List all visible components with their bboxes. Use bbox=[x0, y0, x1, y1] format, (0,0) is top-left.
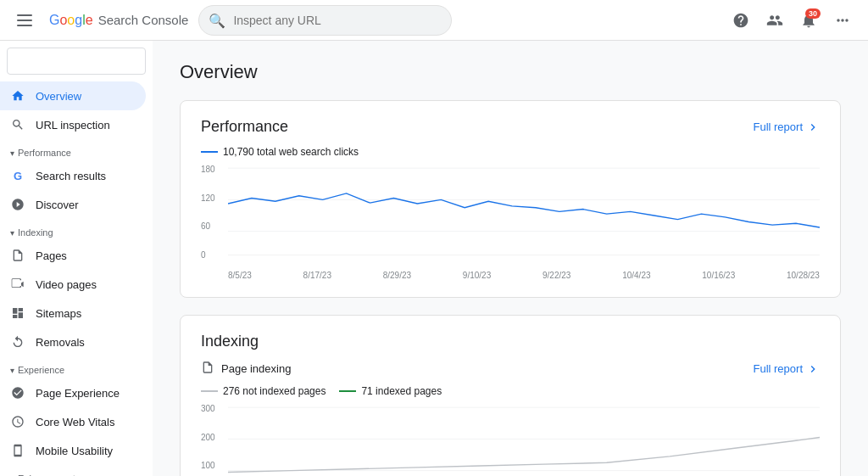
indexed-line bbox=[339, 390, 356, 392]
sidebar-section-enhancements: ▾ Enhancements bbox=[0, 465, 153, 476]
page-experience-icon bbox=[10, 385, 25, 400]
home-icon bbox=[10, 88, 25, 104]
performance-y-labels: 180 120 60 0 bbox=[201, 165, 225, 260]
account-button[interactable] bbox=[760, 5, 790, 36]
sidebar-item-removals[interactable]: Removals bbox=[0, 328, 146, 356]
indexing-page-indexing-row: Page indexing Full report bbox=[201, 361, 820, 377]
performance-legend: 10,790 total web search clicks bbox=[201, 146, 820, 158]
search-icon: 🔍 bbox=[209, 12, 225, 28]
performance-chart: 180 120 60 0 8/5/23 8/17/23 bbox=[201, 165, 820, 280]
menu-button[interactable] bbox=[10, 8, 39, 33]
sidebar-video-pages-label: Video pages bbox=[36, 278, 97, 291]
sidebar-search-results-label: Search results bbox=[36, 170, 106, 182]
indexing-card: Indexing Page indexing Full report 276 n bbox=[180, 315, 841, 476]
sidebar-item-overview[interactable]: Overview bbox=[0, 81, 146, 110]
url-search-bar[interactable]: 🔍 bbox=[198, 5, 452, 36]
performance-card-title: Performance bbox=[201, 118, 288, 136]
google-logo: Google bbox=[49, 13, 93, 28]
sidebar-item-pages[interactable]: Pages bbox=[0, 241, 146, 270]
not-indexed-legend: 276 not indexed pages bbox=[201, 385, 326, 397]
sidebar-item-core-web-vitals[interactable]: Core Web Vitals bbox=[0, 407, 146, 436]
page-indexing-label: Page indexing bbox=[201, 361, 291, 377]
performance-card-header: Performance Full report bbox=[201, 118, 820, 136]
not-indexed-line bbox=[201, 390, 218, 392]
sidebar-page-experience-label: Page Experience bbox=[36, 387, 120, 400]
help-button[interactable] bbox=[726, 5, 756, 36]
indexing-chart: 300 200 100 0 bbox=[201, 404, 820, 476]
sidebar-discover-label: Discover bbox=[36, 199, 79, 211]
main-layout: Overview URL inspection ▾ Performance G … bbox=[0, 41, 868, 476]
sidebar-item-search-results[interactable]: G Search results bbox=[0, 161, 146, 190]
sidebar-removals-label: Removals bbox=[36, 336, 85, 349]
indexing-legend: 276 not indexed pages 71 indexed pages bbox=[201, 385, 820, 397]
indexing-full-report-link[interactable]: Full report bbox=[753, 362, 820, 376]
performance-full-report-link[interactable]: Full report bbox=[753, 120, 820, 134]
pages-icon bbox=[10, 248, 25, 263]
sidebar-overview-label: Overview bbox=[36, 90, 81, 103]
content-area: Overview Performance Full report 10,790 … bbox=[153, 41, 868, 476]
topbar-icons: 30 bbox=[726, 5, 858, 36]
sidebar-core-web-vitals-label: Core Web Vitals bbox=[36, 416, 114, 428]
sidebar-item-video-pages[interactable]: Video pages bbox=[0, 270, 146, 299]
sitemaps-icon bbox=[10, 305, 25, 321]
sidebar-sitemaps-label: Sitemaps bbox=[36, 307, 81, 320]
indexing-chart-svg bbox=[228, 404, 820, 476]
app-logo: Google Search Console bbox=[49, 13, 188, 28]
indexing-card-header: Indexing bbox=[201, 333, 820, 350]
not-indexed-text: 276 not indexed pages bbox=[223, 385, 326, 397]
sidebar: Overview URL inspection ▾ Performance G … bbox=[0, 41, 153, 476]
page-indexing-icon bbox=[201, 361, 214, 377]
sidebar-item-mobile-usability[interactable]: Mobile Usability bbox=[0, 436, 146, 465]
mobile-usability-icon bbox=[10, 443, 25, 458]
sidebar-search-box[interactable] bbox=[7, 48, 146, 75]
indexed-text: 71 indexed pages bbox=[361, 385, 442, 397]
indexing-chart-area bbox=[228, 404, 820, 476]
app-name: Search Console bbox=[98, 13, 189, 27]
sidebar-item-discover[interactable]: Discover bbox=[0, 190, 146, 219]
performance-legend-line bbox=[201, 151, 218, 153]
sidebar-section-experience: ▾ Experience bbox=[0, 356, 153, 378]
sidebar-search-input[interactable] bbox=[7, 48, 146, 75]
apps-button[interactable] bbox=[827, 5, 858, 36]
page-title: Overview bbox=[180, 61, 841, 83]
performance-chart-area bbox=[228, 165, 820, 269]
sidebar-section-indexing: ▾ Indexing bbox=[0, 219, 153, 241]
sidebar-item-sitemaps[interactable]: Sitemaps bbox=[0, 299, 146, 328]
sidebar-url-inspection-label: URL inspection bbox=[36, 119, 110, 132]
indexing-y-labels: 300 200 100 0 bbox=[201, 404, 225, 476]
performance-chart-svg bbox=[228, 165, 820, 266]
url-inspection-icon bbox=[10, 117, 25, 132]
sidebar-section-performance: ▾ Performance bbox=[0, 139, 153, 161]
performance-x-labels: 8/5/23 8/17/23 8/29/23 9/10/23 9/22/23 1… bbox=[228, 271, 820, 280]
notifications-button[interactable]: 30 bbox=[793, 5, 824, 36]
sidebar-pages-label: Pages bbox=[36, 249, 67, 262]
sidebar-item-page-experience[interactable]: Page Experience bbox=[0, 378, 146, 407]
indexed-legend: 71 indexed pages bbox=[339, 385, 442, 397]
page-indexing-text: Page indexing bbox=[221, 362, 291, 375]
performance-legend-text: 10,790 total web search clicks bbox=[223, 146, 359, 158]
performance-card: Performance Full report 10,790 total web… bbox=[180, 100, 841, 298]
discover-icon bbox=[10, 197, 25, 212]
google-g-icon: G bbox=[10, 168, 25, 183]
sidebar-item-url-inspection[interactable]: URL inspection bbox=[0, 110, 146, 139]
notification-count: 30 bbox=[805, 8, 821, 19]
topbar: Google Search Console 🔍 30 bbox=[0, 0, 868, 41]
core-web-vitals-icon bbox=[10, 414, 25, 429]
indexing-card-title: Indexing bbox=[201, 333, 259, 350]
url-search-input[interactable] bbox=[198, 5, 452, 36]
sidebar-mobile-usability-label: Mobile Usability bbox=[36, 445, 113, 457]
video-pages-icon bbox=[10, 277, 25, 292]
removals-icon bbox=[10, 334, 25, 350]
